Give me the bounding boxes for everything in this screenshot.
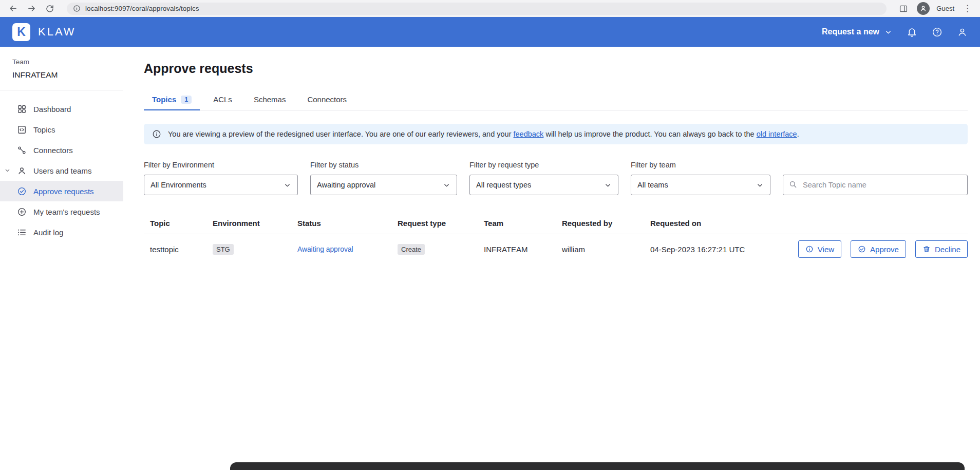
notifications-bell-icon[interactable] [907, 27, 917, 37]
brand-name: KLAW [38, 25, 76, 39]
request-type-select[interactable]: All request types [469, 175, 618, 195]
tab-schemas[interactable]: Schemas [246, 90, 294, 110]
filter-status: Filter by status Awaiting approval [310, 161, 457, 195]
preview-banner: You are viewing a preview of the redesig… [144, 124, 968, 144]
url-bar[interactable]: localhost:9097/coral/approvals/topics [67, 3, 887, 15]
col-requested-by: Requested by [562, 219, 650, 228]
filter-environment: Filter by Environment All Environments [144, 161, 298, 195]
topics-icon [17, 125, 27, 135]
view-button[interactable]: View [798, 240, 841, 258]
cell-requested-by: william [562, 245, 650, 254]
browser-menu-icon[interactable]: ⋮ [961, 3, 974, 14]
sidebar-item-label: My team's requests [33, 208, 100, 216]
reload-icon[interactable] [43, 2, 56, 15]
search-input[interactable] [783, 175, 968, 195]
request-a-new-button[interactable]: Request a new [822, 27, 892, 36]
old-interface-link[interactable]: old interface [757, 130, 797, 138]
chevron-down-icon [604, 181, 612, 189]
chrome-toolbar-right: Guest ⋮ [897, 2, 974, 15]
info-icon [152, 129, 161, 139]
tab-label: Topics [152, 95, 176, 104]
sidebar-item-approve-requests[interactable]: Approve requests [0, 181, 123, 201]
feedback-link[interactable]: feedback [514, 130, 544, 138]
profile-avatar[interactable] [917, 2, 930, 15]
row-actions: View Approve Decline [780, 240, 968, 258]
sidebar-item-my-teams-requests[interactable]: My team's requests [0, 201, 123, 222]
connectors-icon [17, 145, 27, 155]
team-select-value: All teams [637, 181, 668, 189]
col-topic: Topic [150, 219, 213, 228]
sidebar-item-connectors[interactable]: Connectors [0, 140, 123, 160]
expand-caret-icon[interactable] [4, 167, 11, 174]
cell-requested-on: 04-Sep-2023 16:27:21 UTC [650, 245, 780, 254]
filter-request-type-label: Filter by request type [469, 161, 618, 169]
banner-text-1: You are viewing a preview of the redesig… [168, 130, 511, 138]
tab-label: Connectors [307, 95, 347, 104]
back-icon[interactable] [6, 2, 20, 15]
users-icon [17, 166, 27, 176]
sidebar-item-topics[interactable]: Topics [0, 119, 123, 140]
chevron-down-icon [756, 181, 764, 189]
page-title: Approve requests [144, 61, 968, 76]
tabs: Topics 1 ACLs Schemas Connectors [144, 90, 968, 110]
side-panel-icon[interactable] [897, 2, 910, 15]
requests-icon [17, 207, 27, 217]
team-name: INFRATEAM [12, 70, 111, 80]
col-environment: Environment [213, 219, 297, 228]
chevron-down-icon [443, 181, 450, 189]
tab-topics-count-badge: 1 [181, 96, 192, 104]
sidebar-item-label: Topics [33, 125, 55, 134]
sidebar-item-audit-log[interactable]: Audit log [0, 222, 123, 242]
site-info-icon[interactable] [73, 5, 81, 12]
sidebar-item-label: Users and teams [33, 166, 91, 175]
col-request-type: Request type [398, 219, 484, 228]
cell-environment: STG [213, 244, 297, 255]
request-type-select-value: All request types [476, 181, 531, 189]
cell-status: Awaiting approval [297, 246, 398, 253]
chevron-down-icon [884, 28, 892, 36]
klaw-logo-icon: K [12, 23, 30, 41]
requests-table: Topic Environment Status Request type Te… [144, 213, 968, 264]
sidebar-item-label: Approve requests [33, 187, 94, 196]
environment-select[interactable]: All Environments [144, 175, 298, 195]
filter-environment-label: Filter by Environment [144, 161, 298, 169]
approve-button[interactable]: Approve [851, 240, 906, 258]
request-a-new-label: Request a new [822, 27, 879, 36]
forward-icon[interactable] [25, 2, 38, 15]
approve-check-icon [858, 245, 866, 253]
brand[interactable]: K KLAW [12, 23, 76, 41]
approve-check-icon [17, 186, 27, 196]
request-type-badge: Create [398, 244, 425, 255]
header-actions: Request a new [822, 27, 968, 37]
app-header: K KLAW Request a new [0, 17, 980, 47]
sidebar-item-users-and-teams[interactable]: Users and teams [0, 160, 123, 181]
user-profile-icon[interactable] [957, 27, 968, 37]
filter-status-label: Filter by status [310, 161, 457, 169]
sidebar: Team INFRATEAM Dashboard Topics Connec [0, 47, 123, 470]
tab-connectors[interactable]: Connectors [299, 90, 355, 110]
help-icon[interactable] [932, 27, 943, 37]
dock-hint [230, 462, 965, 470]
col-status: Status [297, 219, 398, 228]
filters: Filter by Environment All Environments F… [144, 161, 968, 195]
team-select[interactable]: All teams [631, 175, 770, 195]
url-text: localhost:9097/coral/approvals/topics [85, 5, 199, 12]
approve-button-label: Approve [870, 245, 899, 254]
table-row: testtopic STG Awaiting approval Create I… [144, 234, 968, 264]
sidebar-item-label: Audit log [33, 228, 63, 237]
profile-label: Guest [936, 5, 954, 12]
sidebar-item-dashboard[interactable]: Dashboard [0, 99, 123, 119]
tab-acls[interactable]: ACLs [205, 90, 240, 110]
banner-text-2: will help us improve the product. You ca… [545, 130, 754, 138]
filter-request-type: Filter by request type All request types [469, 161, 618, 195]
sidebar-item-label: Connectors [33, 146, 73, 155]
sidebar-item-label: Dashboard [33, 105, 71, 114]
tab-topics[interactable]: Topics 1 [144, 90, 200, 110]
chevron-down-icon [284, 181, 291, 189]
tab-label: Schemas [254, 95, 286, 104]
decline-button-label: Decline [935, 245, 960, 254]
banner-text-3: . [797, 130, 799, 138]
decline-button[interactable]: Decline [915, 240, 968, 258]
status-select[interactable]: Awaiting approval [310, 175, 457, 195]
cell-request-type: Create [398, 244, 484, 255]
